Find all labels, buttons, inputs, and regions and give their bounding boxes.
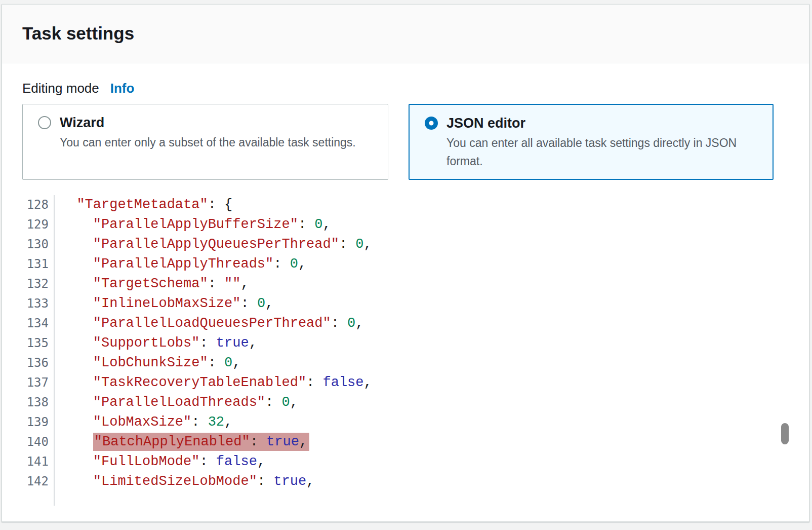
option-label: JSON editor [446, 113, 758, 133]
code-line: 132 "TargetSchema": "", [22, 274, 789, 294]
line-number: 131 [22, 254, 55, 274]
line-content: "ParallelApplyThreads": 0, [55, 254, 306, 274]
code-line: 138 "ParallelLoadThreads": 0, [22, 393, 789, 412]
code-line: 133 "InlineLobMaxSize": 0, [22, 294, 789, 314]
code-line: 139 "LobMaxSize": 32, [22, 412, 789, 432]
line-number: 138 [22, 393, 55, 412]
line-number: 132 [22, 274, 55, 294]
option-description: You can enter only a subset of the avail… [60, 133, 356, 152]
card-header: Task settings [2, 5, 809, 63]
code-line-blank [22, 491, 789, 506]
radio-selected-icon[interactable] [425, 117, 438, 130]
code-line: 137 "TaskRecoveryTableEnabled": false, [22, 373, 789, 393]
line-content: "TargetSchema": "", [55, 274, 249, 294]
line-number: 129 [22, 215, 55, 235]
option-label: Wizard [60, 113, 356, 132]
code-line: 141 "FullLobMode": false, [22, 452, 789, 472]
line-number: 141 [22, 452, 55, 472]
line-content: "ParallelLoadThreads": 0, [55, 393, 298, 412]
line-content: "InlineLobMaxSize": 0, [55, 294, 273, 314]
editing-mode-label-row: Editing mode Info [22, 81, 789, 96]
line-number: 142 [22, 472, 55, 491]
option-description: You can enter all available task setting… [446, 134, 758, 170]
line-content: "FullLobMode": false, [55, 452, 265, 472]
code-line: 136 "LobChunkSize": 0, [22, 353, 789, 373]
scrollbar-thumb[interactable] [781, 423, 789, 444]
radio-unselected-icon[interactable] [38, 116, 51, 129]
option-tile-wizard[interactable]: Wizard You can enter only a subset of th… [22, 104, 388, 180]
code-line: 135 "SupportLobs": true, [22, 333, 789, 353]
line-content: "LobMaxSize": 32, [55, 412, 232, 432]
line-content: "ParallelApplyBufferSize": 0, [55, 215, 331, 235]
card-body: Editing mode Info Wizard You can enter o… [2, 63, 809, 506]
line-number: 136 [22, 353, 55, 373]
line-number: 140 [22, 432, 55, 452]
line-number: 139 [22, 412, 55, 432]
line-number: 135 [22, 333, 55, 353]
line-content: "ParallelLoadQueuesPerThread": 0, [55, 314, 364, 333]
option-text: Wizard You can enter only a subset of th… [60, 113, 356, 152]
editing-mode-label: Editing mode [22, 81, 99, 96]
json-editor-content[interactable]: 128 "TargetMetadata": {129 "ParallelAppl… [22, 195, 789, 506]
line-number: 137 [22, 373, 55, 393]
line-content: "SupportLobs": true, [55, 333, 257, 353]
page-title: Task settings [22, 22, 789, 45]
code-line: 142 "LimitedSizeLobMode": true, [22, 472, 789, 491]
editing-mode-options: Wizard You can enter only a subset of th… [22, 104, 789, 180]
code-line: 131 "ParallelApplyThreads": 0, [22, 254, 789, 274]
line-content: "TaskRecoveryTableEnabled": false, [55, 373, 372, 393]
line-content: "BatchApplyEnabled": true, [55, 432, 309, 452]
line-number: 130 [22, 235, 55, 254]
highlighted-code: "BatchApplyEnabled": true, [93, 433, 309, 451]
option-tile-json-editor[interactable]: JSON editor You can enter all available … [409, 104, 774, 180]
task-settings-card: Task settings Editing mode Info Wizard Y… [2, 4, 809, 522]
line-content: "LobChunkSize": 0, [55, 353, 240, 373]
code-line: 130 "ParallelApplyQueuesPerThread": 0, [22, 235, 789, 254]
line-content: "LimitedSizeLobMode": true, [55, 472, 314, 491]
line-number: 134 [22, 314, 55, 333]
line-number: 128 [22, 195, 55, 215]
code-line: 134 "ParallelLoadQueuesPerThread": 0, [22, 314, 789, 333]
line-number [22, 491, 55, 506]
line-content: "ParallelApplyQueuesPerThread": 0, [55, 235, 372, 254]
code-line: 129 "ParallelApplyBufferSize": 0, [22, 215, 789, 235]
info-link[interactable]: Info [110, 81, 135, 96]
line-number: 133 [22, 294, 55, 314]
option-text: JSON editor You can enter all available … [446, 113, 758, 170]
code-line: 128 "TargetMetadata": { [22, 195, 789, 215]
code-line: 140 "BatchApplyEnabled": true, [22, 432, 789, 452]
line-content: "TargetMetadata": { [55, 195, 232, 215]
